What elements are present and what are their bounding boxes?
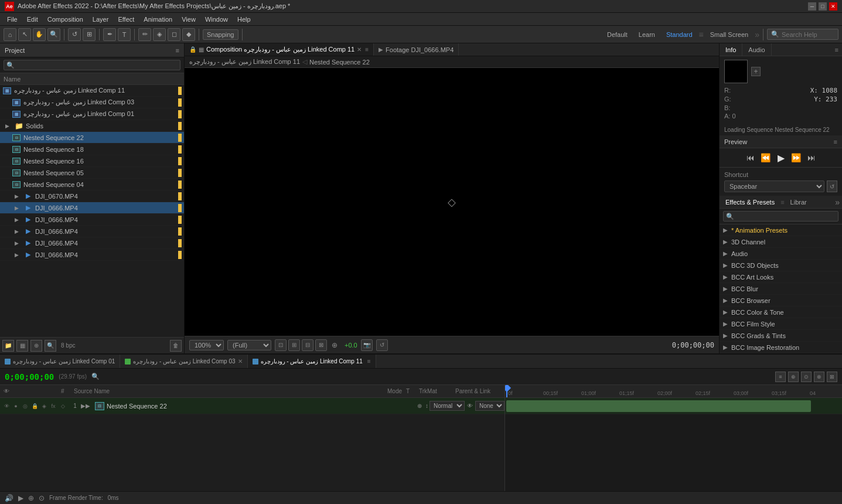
- window-controls[interactable]: ─ □ ✕: [808, 2, 837, 11]
- project-item-dji0666-5[interactable]: ▶ ▶ DJI_0666.MP4: [0, 249, 184, 261]
- comp03-tab-close[interactable]: ✕: [238, 358, 243, 365]
- timeline-tab-comp01[interactable]: زمین عباس - رودبارچره Linked Comp 01: [0, 355, 120, 368]
- project-item-nested22[interactable]: ⊟ Nested Sequence 22: [0, 132, 184, 144]
- toggle-transparency-btn[interactable]: ⊟: [302, 339, 313, 351]
- timeline-search-input[interactable]: [100, 373, 180, 380]
- close-button[interactable]: ✕: [829, 2, 837, 11]
- eraser-tool[interactable]: ◻: [168, 28, 180, 41]
- shortcut-select[interactable]: Spacebar Numpad 0: [724, 181, 824, 192]
- new-comp-btn[interactable]: ▦: [16, 340, 28, 352]
- forward-btn[interactable]: ⏩: [790, 152, 802, 164]
- menu-file[interactable]: File: [2, 15, 22, 24]
- timeline-tab-comp03[interactable]: زمین عباس - رودبارچره Linked Comp 03 ✕: [120, 355, 247, 368]
- effects-panel-expand[interactable]: »: [835, 197, 840, 207]
- timeline-ruler[interactable]: 0f 00;15f 01;00f 01;15f 02;00f 02;15f 03…: [505, 385, 842, 398]
- effect-audio[interactable]: ▶ Audio: [720, 248, 842, 260]
- menu-effect[interactable]: Effect: [113, 15, 139, 24]
- search-help-input[interactable]: [782, 31, 834, 38]
- project-search-bar[interactable]: [0, 57, 184, 73]
- effects-search-input[interactable]: [723, 211, 838, 222]
- comp11-tab-menu[interactable]: ≡: [367, 358, 371, 365]
- effect-bcc-blur[interactable]: ▶ BCC Blur: [720, 283, 842, 295]
- effect-bcc-image-restoration[interactable]: ▶ BCC Image Restoration: [720, 342, 842, 353]
- rotate-tool[interactable]: ↺: [68, 28, 81, 41]
- workspace-small-screen[interactable]: Small Screen: [705, 30, 753, 39]
- grid-tool[interactable]: ⊞: [83, 28, 96, 41]
- project-item-dji0666-1[interactable]: ▶ ▶ DJI_0666.MP4: [0, 202, 184, 214]
- brush-tool[interactable]: ✏: [138, 28, 151, 41]
- breadcrumb-nested[interactable]: Nested Sequence 22: [309, 59, 370, 66]
- effect-bcc-3d-objects[interactable]: ▶ BCC 3D Objects: [720, 260, 842, 271]
- layer-cc-1[interactable]: fx: [49, 402, 57, 410]
- minimize-button[interactable]: ─: [808, 2, 816, 11]
- comp-tab-close[interactable]: ✕: [357, 46, 362, 53]
- color-add-btn[interactable]: +: [751, 67, 761, 76]
- viewer-tab-comp11[interactable]: 🔒 ▦ Composition زمین عباس - رودبارچره Li…: [185, 43, 374, 56]
- home-tool[interactable]: ⌂: [4, 28, 16, 41]
- project-item-nested16[interactable]: ⊟ Nested Sequence 16: [0, 155, 184, 167]
- workspace-default[interactable]: Default: [602, 30, 632, 39]
- search-proj-btn[interactable]: 🔍: [45, 340, 56, 352]
- project-item-dji0670[interactable]: ▶ ▶ DJI_0670.MP4: [0, 190, 184, 202]
- layer-collapse-1[interactable]: ◇: [59, 402, 67, 410]
- layer-cursor-1[interactable]: ●: [12, 402, 20, 410]
- effect-bcc-grads-tints[interactable]: ▶ BCC Grads & Tints: [720, 330, 842, 342]
- workspace-standard[interactable]: Standard: [662, 30, 697, 39]
- stamp-tool[interactable]: ◈: [153, 28, 166, 41]
- preview-menu[interactable]: ≡: [834, 138, 837, 145]
- pen-tool[interactable]: ✒: [103, 28, 116, 41]
- effect-bcc-art-looks[interactable]: ▶ BCC Art Looks: [720, 271, 842, 283]
- timeline-search[interactable]: 🔍: [91, 373, 180, 380]
- status-icon-1[interactable]: 🔊: [5, 494, 13, 502]
- maximize-button[interactable]: □: [819, 2, 827, 11]
- project-item-dji0666-2[interactable]: ▶ ▶ DJI_0666.MP4: [0, 214, 184, 226]
- project-item-comp01[interactable]: ▦ زمین عباس - رودبارچره Linked Comp 01: [0, 108, 184, 120]
- info-tab-info[interactable]: Info: [720, 43, 742, 56]
- layer-solo-1[interactable]: ◎: [21, 402, 29, 410]
- info-tab-audio[interactable]: Audio: [742, 43, 771, 56]
- text-tool[interactable]: T: [118, 28, 131, 41]
- timeline-tab-comp11[interactable]: زمین عباس - رودبارچره Linked Comp 11 ≡: [248, 355, 376, 368]
- tl-btn-2[interactable]: ⊕: [788, 372, 799, 382]
- puppet-tool[interactable]: ◆: [182, 28, 195, 41]
- tl-btn-4[interactable]: ⊗: [814, 372, 824, 382]
- project-item-comp03[interactable]: ▦ زمین عباس - رودبارچره Linked Comp 03: [0, 97, 184, 108]
- timeline-timecode[interactable]: 0;00;00;00: [5, 372, 54, 382]
- menu-layer[interactable]: Layer: [88, 15, 114, 24]
- layer-mode-1[interactable]: Normal Add Multiply: [429, 401, 465, 411]
- workspace-learn[interactable]: Learn: [634, 30, 660, 39]
- status-icon-4[interactable]: ⊙: [39, 494, 45, 502]
- menu-animation[interactable]: Animation: [139, 15, 177, 24]
- camera-btn[interactable]: 📷: [361, 339, 373, 351]
- snapping-toggle[interactable]: Snapping: [203, 29, 238, 40]
- tl-btn-1[interactable]: ≡: [775, 372, 786, 382]
- effects-search[interactable]: [720, 209, 842, 224]
- select-tool[interactable]: ↖: [18, 28, 31, 41]
- zoom-select[interactable]: 100% 50% 200% Fit: [189, 340, 224, 350]
- effect-bcc-film-style[interactable]: ▶ BCC Film Style: [720, 318, 842, 330]
- project-item-comp11[interactable]: ▦ زمین عباس - رودبارچره Linked Comp 11: [0, 85, 184, 97]
- hand-tool[interactable]: ✋: [33, 28, 46, 41]
- layer-eye-1[interactable]: 👁: [2, 402, 11, 410]
- menu-edit[interactable]: Edit: [22, 15, 43, 24]
- layer-lock-1[interactable]: 🔒: [30, 402, 39, 410]
- menu-view[interactable]: View: [177, 15, 200, 24]
- interpret-btn[interactable]: ⊕: [30, 340, 42, 352]
- breadcrumb-comp[interactable]: زمین عباس - رودبارچره Linked Comp 11: [189, 58, 300, 66]
- play-btn[interactable]: ▶: [775, 152, 787, 164]
- effects-tab-library[interactable]: Librar: [787, 196, 810, 208]
- project-item-nested18[interactable]: ⊟ Nested Sequence 18: [0, 144, 184, 155]
- track-bar-1[interactable]: [506, 400, 811, 412]
- effect-bcc-color-tone[interactable]: ▶ BCC Color & Tone: [720, 307, 842, 318]
- project-search-input[interactable]: [4, 60, 180, 70]
- layer-parent-1[interactable]: None: [475, 401, 504, 411]
- menu-composition[interactable]: Composition: [43, 15, 88, 24]
- layer-shy-1[interactable]: ◈: [40, 402, 48, 410]
- quality-select[interactable]: (Full) (Half) (Quarter): [227, 340, 271, 350]
- back-btn[interactable]: ⏪: [760, 152, 772, 164]
- zoom-tool[interactable]: 🔍: [47, 28, 60, 41]
- layer-expand-2[interactable]: ▶: [86, 403, 95, 409]
- status-icon-2[interactable]: ▶: [18, 494, 23, 502]
- snapshot-btn[interactable]: ⊡: [275, 339, 287, 351]
- info-panel-menu[interactable]: ≡: [831, 46, 842, 53]
